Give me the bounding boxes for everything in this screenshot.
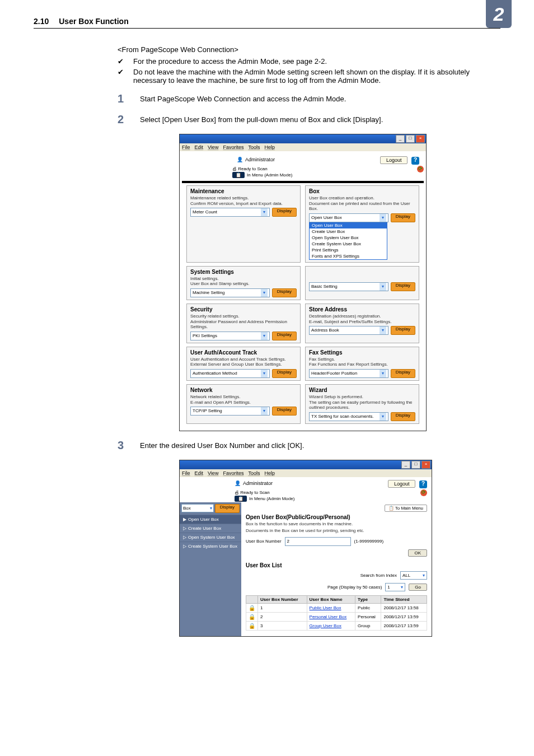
box-select[interactable]: Open User Box▾	[309, 213, 388, 222]
user-box-link[interactable]: Personal User Box	[310, 614, 347, 619]
reload-icon[interactable]: ⟳	[420, 489, 427, 496]
display-button[interactable]: Display	[272, 369, 297, 378]
reload-icon[interactable]: ⟳	[417, 166, 424, 172]
search-index-select[interactable]: ALL▾	[400, 571, 427, 580]
sidebar-item-open-system-box[interactable]: ▷Open System User Box	[180, 533, 241, 542]
col-time: Time Stored	[381, 595, 427, 603]
check-icon: ✔	[118, 57, 133, 66]
card-title-wizard: Wizard	[309, 387, 415, 393]
printer-icon: 🖨	[235, 490, 239, 495]
step-text: Enter the desired User Box Number and cl…	[140, 439, 476, 450]
table-row[interactable]: 🔒 1 Public User Box Public 2008/12/17 13…	[246, 603, 427, 612]
auth-select[interactable]: Authentication Method▾	[190, 369, 270, 378]
pane-desc: Box is the function to save documents in…	[246, 521, 427, 527]
minimize-icon[interactable]: _	[401, 461, 410, 469]
bullet-text: Do not leave the machine with the Admin …	[133, 68, 476, 85]
display-button[interactable]: Display	[272, 208, 297, 217]
user-box-number-label: User Box Number	[246, 539, 282, 544]
card-desc: Initial settings. User Box and Stamp set…	[190, 276, 297, 287]
logout-button[interactable]: Logout	[380, 156, 408, 164]
menu-tools[interactable]: Tools	[248, 470, 260, 476]
admin-label: Administrator	[245, 157, 275, 162]
ok-button[interactable]: OK	[408, 549, 427, 557]
status-menu-tag: 📋	[232, 172, 245, 178]
menu-favorites[interactable]: Favorites	[223, 144, 243, 150]
user-box-number-input[interactable]	[285, 537, 351, 546]
page-select[interactable]: 1▾	[385, 583, 405, 591]
display-button[interactable]: Display	[272, 288, 297, 297]
lock-icon: 🔒	[249, 614, 255, 620]
go-button[interactable]: Go	[409, 584, 427, 591]
network-select[interactable]: TCP/IP Setting▾	[190, 407, 270, 416]
close-icon[interactable]: ×	[421, 461, 430, 469]
menu-file[interactable]: File	[182, 144, 190, 150]
pane-title: Open User Box(Public/Group/Personal)	[246, 514, 427, 520]
status-in-menu: In Menu (Admin Mode)	[249, 496, 294, 501]
menu-file[interactable]: File	[182, 470, 190, 476]
table-row[interactable]: 🔒 2 Personal User Box Personal 2008/12/1…	[246, 612, 427, 621]
menu-tools[interactable]: Tools	[248, 144, 260, 150]
basic-select[interactable]: Basic Setting▾	[309, 282, 388, 291]
help-button[interactable]: ?	[411, 157, 419, 165]
dropdown-option[interactable]: Open System User Box	[310, 235, 387, 241]
sidebar-category-select[interactable]: Box▾	[181, 504, 214, 512]
user-box-link[interactable]: Group User Box	[310, 623, 341, 628]
store-select[interactable]: Address Book▾	[309, 326, 388, 335]
dropdown-option[interactable]: Create System User Box	[310, 241, 387, 247]
menu-help[interactable]: Help	[264, 470, 275, 476]
dropdown-option[interactable]: Print Settings	[310, 247, 387, 253]
menu-favorites[interactable]: Favorites	[223, 470, 243, 476]
card-desc: Network related Settings. E-mail and Ope…	[190, 394, 297, 405]
sidebar-item-create-system-box[interactable]: ▷Create System User Box	[180, 542, 241, 550]
intro-heading: <From PageScope Web Connection>	[118, 45, 476, 54]
help-button[interactable]: ?	[419, 480, 427, 488]
chapter-title: User Box Function	[59, 17, 128, 26]
sidebar-item-open-user-box[interactable]: ▶Open User Box	[180, 515, 241, 524]
security-select[interactable]: PKI Settings▾	[190, 332, 270, 340]
menu-bar[interactable]: File Edit View Favorites Tools Help	[180, 469, 432, 477]
card-title-store: Store Address	[309, 306, 415, 312]
wizard-select[interactable]: TX Setting for scan documents.▾	[309, 412, 388, 421]
display-button[interactable]: Display	[272, 332, 297, 340]
menu-view[interactable]: View	[208, 470, 218, 476]
to-main-menu-button[interactable]: 📋 To Main Menu	[385, 505, 427, 512]
display-button[interactable]: Display	[391, 213, 415, 222]
dropdown-option[interactable]: Fonts and XPS Settings	[310, 253, 387, 259]
card-title-security: Security	[190, 306, 297, 312]
step-number: 1	[118, 92, 140, 105]
maintenance-select[interactable]: Meter Count▾	[190, 208, 270, 217]
logout-button[interactable]: Logout	[388, 480, 416, 488]
step-text: Select [Open User Box] from the pull-dow…	[140, 113, 476, 124]
display-button[interactable]: Display	[272, 407, 297, 416]
fax-select[interactable]: Header/Footer Position▾	[309, 369, 388, 378]
user-box-link[interactable]: Public User Box	[310, 605, 341, 610]
menu-bar[interactable]: File Edit View Favorites Tools Help	[180, 143, 426, 151]
menu-help[interactable]: Help	[264, 144, 275, 150]
menu-edit[interactable]: Edit	[195, 470, 204, 476]
dropdown-option[interactable]: Open User Box	[310, 222, 387, 228]
card-desc: Destination (addresses) registration. E-…	[309, 314, 415, 324]
display-button[interactable]: Display	[215, 504, 240, 513]
menu-view[interactable]: View	[208, 144, 218, 150]
maximize-icon[interactable]: □	[411, 461, 420, 469]
display-button[interactable]: Display	[391, 369, 415, 378]
display-button[interactable]: Display	[391, 412, 415, 421]
system-select[interactable]: Machine Setting▾	[190, 288, 270, 297]
table-row[interactable]: 🔒 3 Group User Box Group 2008/12/17 13:5…	[246, 621, 427, 630]
search-label: Search from Index	[360, 573, 397, 578]
chapter-badge: 2	[486, 0, 512, 28]
user-box-table: User Box Number User Box Name Type Time …	[246, 595, 427, 631]
close-icon[interactable]: ×	[416, 135, 425, 143]
card-title-fax: Fax Settings	[309, 349, 415, 356]
display-button[interactable]: Display	[391, 326, 415, 335]
box-dropdown-open[interactable]: Open User Box Create User Box Open Syste…	[309, 222, 387, 260]
menu-edit[interactable]: Edit	[195, 144, 204, 150]
card-title-auth: User Auth/Account Track	[190, 349, 297, 356]
maximize-icon[interactable]: □	[406, 135, 415, 143]
minimize-icon[interactable]: _	[396, 135, 405, 143]
status-ready: Ready to Scan	[238, 166, 267, 171]
dropdown-option[interactable]: Create User Box	[310, 228, 387, 235]
sidebar-item-create-user-box[interactable]: ▷Create User Box	[180, 524, 241, 533]
display-button[interactable]: Display	[391, 282, 415, 291]
lock-icon: 🔒	[249, 605, 255, 611]
